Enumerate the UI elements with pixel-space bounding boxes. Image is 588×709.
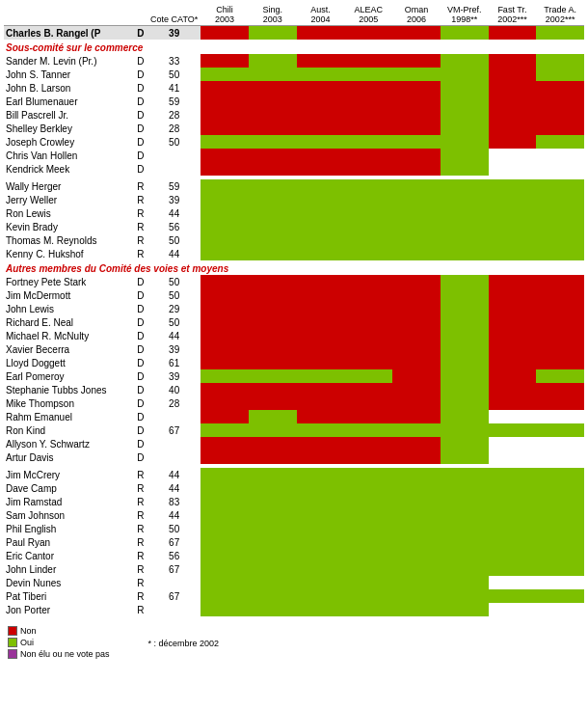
vote-cell xyxy=(344,396,392,410)
vote-cell xyxy=(249,576,297,589)
vote-cell xyxy=(297,549,345,562)
vote-cell xyxy=(441,576,489,589)
member-cato: 28 xyxy=(147,122,200,135)
member-name: Earl Blumenauer xyxy=(4,95,134,108)
vote-cell xyxy=(392,315,441,329)
vote-cell xyxy=(536,206,584,220)
vote-cell xyxy=(441,81,489,95)
vote-cell xyxy=(344,468,392,481)
member-cato: 40 xyxy=(147,383,200,396)
vote-cell xyxy=(200,481,249,495)
legend-oui: Oui xyxy=(8,638,110,647)
table-row: Stephanie Tubbs JonesD40 xyxy=(4,383,584,396)
vote-cell xyxy=(344,149,392,162)
vote-cell xyxy=(200,508,249,522)
member-cato xyxy=(147,450,200,464)
vote-cell xyxy=(536,522,584,535)
member-name: Michael R. McNulty xyxy=(4,329,134,342)
vote-cell xyxy=(392,108,441,122)
member-name: Chris Van Hollen xyxy=(4,149,134,162)
vote-cell xyxy=(249,356,297,369)
header-sing: Sing.2003 xyxy=(249,4,297,26)
header-trade: Trade A.2002*** xyxy=(536,4,584,26)
member-name: Richard E. Neal xyxy=(4,315,134,329)
member-name: Xavier Becerra xyxy=(4,342,134,356)
member-name: Allyson Y. Schwartz xyxy=(4,437,134,450)
vote-cell xyxy=(441,193,489,206)
vote-cell xyxy=(249,81,297,95)
member-cato: 41 xyxy=(147,81,200,95)
vote-cell xyxy=(536,369,584,383)
member-name: Lloyd Doggett xyxy=(4,356,134,369)
vote-cell xyxy=(200,423,249,437)
vote-cell xyxy=(297,179,345,193)
vote-cell xyxy=(536,247,584,260)
vote-cell xyxy=(392,122,441,135)
vote-cell xyxy=(200,410,249,423)
legend-abstain: Non élu ou ne vote pas xyxy=(8,649,110,659)
vote-cell xyxy=(249,54,297,68)
vote-cell xyxy=(297,206,345,220)
vote-cell xyxy=(344,220,392,233)
vote-cell xyxy=(441,275,489,288)
table-row: Ron KindD67 xyxy=(4,423,584,437)
vote-cell xyxy=(489,495,537,508)
vote-cell xyxy=(297,315,345,329)
vote-cell xyxy=(489,589,537,603)
legend-oui-label: Oui xyxy=(20,638,34,647)
vote-cell xyxy=(344,450,392,464)
vote-cell xyxy=(249,383,297,396)
table-row: Devin NunesR xyxy=(4,576,584,589)
member-party: D xyxy=(134,275,148,288)
table-row: Bill Pascrell Jr.D28 xyxy=(4,108,584,122)
legend-abstain-label: Non élu ou ne vote pas xyxy=(20,649,110,659)
member-party: D xyxy=(134,122,148,135)
legend: Non Oui Non élu ou ne vote pas * : décem… xyxy=(4,622,584,663)
vote-cell xyxy=(392,135,441,149)
vote-cell xyxy=(249,603,297,616)
legend-non: Non xyxy=(8,626,110,636)
member-name: Jon Porter xyxy=(4,603,134,616)
vote-cell xyxy=(200,450,249,464)
vote-cell xyxy=(489,247,537,260)
vote-cell xyxy=(536,535,584,549)
vote-cell xyxy=(489,122,537,135)
vote-cell xyxy=(200,95,249,108)
member-name: John B. Larson xyxy=(4,81,134,95)
vote-cell xyxy=(249,396,297,410)
table-row: Chris Van HollenD xyxy=(4,149,584,162)
vote-cell xyxy=(392,95,441,108)
vote-cell xyxy=(297,135,345,149)
vote-cell xyxy=(536,603,584,616)
vote-cell xyxy=(200,437,249,450)
vote-cell xyxy=(200,522,249,535)
vote-cell xyxy=(489,508,537,522)
member-party: R xyxy=(134,576,148,589)
member-cato xyxy=(147,603,200,616)
vote-cell xyxy=(297,162,345,176)
vote-cell xyxy=(200,576,249,589)
vote-cell xyxy=(489,549,537,562)
vote-cell xyxy=(536,396,584,410)
vote-cell xyxy=(489,108,537,122)
vote-cell xyxy=(344,576,392,589)
header-aleac: ALEAC2005 xyxy=(344,4,392,26)
vote-cell xyxy=(249,135,297,149)
table-row: Xavier BecerraD39 xyxy=(4,342,584,356)
vote-cell xyxy=(297,589,345,603)
vote-cell xyxy=(249,275,297,288)
vote-cell xyxy=(489,356,537,369)
member-name: Devin Nunes xyxy=(4,576,134,589)
vote-cell xyxy=(536,423,584,437)
member-party: R xyxy=(134,233,148,247)
member-cato: 39 xyxy=(147,193,200,206)
table-row: Artur DavisD xyxy=(4,450,584,464)
member-cato: 67 xyxy=(147,535,200,549)
vote-cell xyxy=(297,95,345,108)
member-name: Eric Cantor xyxy=(4,549,134,562)
vote-cell xyxy=(297,522,345,535)
vote-cell xyxy=(489,288,537,302)
member-party: D xyxy=(134,108,148,122)
vote-cell xyxy=(392,247,441,260)
header-party xyxy=(134,4,148,26)
